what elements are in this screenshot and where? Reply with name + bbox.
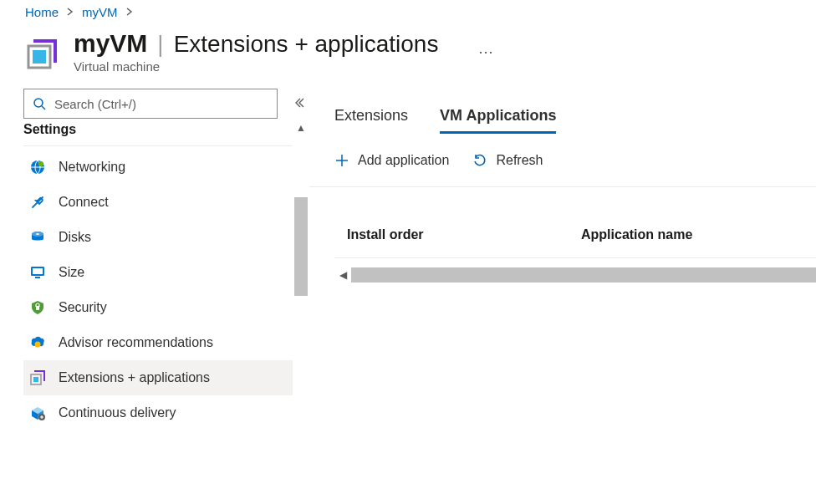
- page-title: Extensions + applications: [174, 31, 439, 58]
- svg-point-2: [34, 99, 43, 107]
- more-actions-button[interactable]: ⋯: [478, 43, 495, 61]
- refresh-label: Refresh: [496, 153, 543, 168]
- sidebar-item-label: Networking: [59, 160, 125, 175]
- column-header-install-order[interactable]: Install order: [347, 227, 581, 242]
- vm-resource-icon: [25, 38, 59, 71]
- breadcrumb: Home myVM: [0, 0, 816, 21]
- chevron-right-icon: [67, 7, 74, 18]
- table-header-row: Install order Application name: [334, 187, 816, 258]
- tab-bar: Extensions VM Applications: [334, 107, 816, 135]
- sidebar-item-extensions-applications[interactable]: Extensions + applications: [23, 360, 306, 395]
- command-bar: Add application Refresh: [334, 146, 816, 186]
- collapse-sidebar-button[interactable]: [288, 92, 309, 116]
- sidebar-item-advisor[interactable]: Advisor recommendations: [23, 325, 306, 360]
- scrollbar-thumb[interactable]: [294, 197, 308, 296]
- sidebar-item-disks[interactable]: Disks: [23, 220, 306, 255]
- svg-point-13: [35, 342, 41, 348]
- breadcrumb-home[interactable]: Home: [25, 5, 59, 19]
- plus-icon: [334, 153, 349, 168]
- sidebar-item-label: Continuous delivery: [59, 405, 176, 420]
- sidebar-item-connect[interactable]: Connect: [23, 185, 306, 220]
- sidebar-item-label: Extensions + applications: [59, 370, 210, 385]
- svg-rect-15: [33, 377, 38, 382]
- svg-point-5: [38, 161, 43, 166]
- scroll-left-icon[interactable]: ◀: [334, 269, 351, 281]
- globe-icon: [28, 158, 47, 176]
- horizontal-scrollbar[interactable]: ◀: [334, 267, 816, 283]
- resource-type-label: Virtual machine: [74, 59, 438, 74]
- sidebar-item-label: Size: [59, 265, 84, 280]
- title-divider: |: [157, 31, 163, 58]
- svg-rect-1: [33, 50, 46, 64]
- plug-icon: [28, 193, 47, 211]
- sidebar: Search (Ctrl+/) Settings Networking: [0, 89, 309, 484]
- chevron-right-icon: [126, 7, 133, 18]
- main-content: Extensions VM Applications Add applicati…: [309, 89, 816, 484]
- sidebar-nav: Settings Networking Connect: [23, 124, 306, 430]
- page-header: myVM | Extensions + applications Virtual…: [0, 21, 816, 89]
- search-input[interactable]: Search (Ctrl+/): [23, 89, 278, 119]
- svg-rect-10: [35, 277, 40, 278]
- sidebar-heading-settings: Settings: [23, 124, 306, 146]
- search-icon: [33, 97, 46, 110]
- sidebar-item-label: Security: [59, 300, 107, 315]
- sidebar-item-label: Advisor recommendations: [59, 335, 213, 350]
- tab-vm-applications[interactable]: VM Applications: [440, 107, 556, 134]
- svg-point-8: [36, 233, 39, 235]
- shield-icon: [28, 298, 47, 317]
- sidebar-item-size[interactable]: Size: [23, 255, 306, 290]
- column-header-application-name[interactable]: Application name: [581, 227, 816, 242]
- sidebar-item-security[interactable]: Security: [23, 290, 306, 325]
- add-application-label: Add application: [358, 153, 449, 168]
- add-application-button[interactable]: Add application: [334, 153, 449, 168]
- extensions-icon: [28, 369, 47, 387]
- refresh-button[interactable]: Refresh: [472, 153, 543, 168]
- sidebar-item-continuous-delivery[interactable]: Continuous delivery: [23, 395, 306, 430]
- svg-rect-11: [33, 268, 43, 274]
- breadcrumb-resource[interactable]: myVM: [82, 5, 118, 19]
- sidebar-item-networking[interactable]: Networking: [23, 150, 306, 185]
- search-placeholder: Search (Ctrl+/): [54, 97, 136, 111]
- sidebar-item-label: Connect: [59, 195, 109, 210]
- scrollbar-track[interactable]: [351, 267, 816, 283]
- monitor-icon: [28, 263, 47, 282]
- disks-icon: [28, 228, 47, 247]
- scroll-up-icon[interactable]: ▲: [296, 124, 306, 134]
- resource-name: myVM: [74, 29, 147, 58]
- svg-line-3: [42, 106, 45, 109]
- sidebar-scrollbar[interactable]: ▲: [293, 124, 309, 484]
- advisor-icon: [28, 333, 47, 352]
- box-icon: [28, 404, 47, 422]
- sidebar-item-label: Disks: [59, 230, 91, 245]
- refresh-icon: [472, 153, 487, 168]
- tab-extensions[interactable]: Extensions: [334, 107, 408, 134]
